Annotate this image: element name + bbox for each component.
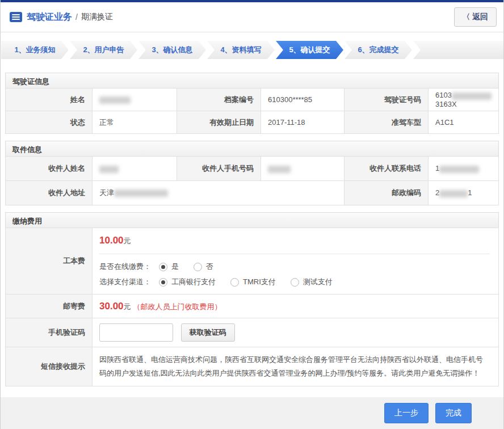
recipient-mobile-value [261, 157, 345, 181]
redacted-license-digits [452, 92, 492, 100]
radio-checked-icon[interactable] [159, 263, 167, 271]
table-row: 收件人姓名 收件人手机号码 收件人联系电话 1 [6, 157, 499, 181]
mail-fee-label: 邮寄费 [6, 295, 93, 318]
online-pay-no-option[interactable]: 否 [194, 262, 213, 272]
table-row: 工本费 10.00元 是否在线缴费： 是 否 选择支付渠道： 工商银行支付 TM… [6, 228, 499, 295]
license-section-title: 驾驶证信息 [5, 73, 499, 88]
currency-unit: 元 [124, 302, 131, 311]
step-2-user-declaration[interactable]: 2、用户申告 [70, 41, 137, 59]
production-fee-cell: 10.00元 是否在线缴费： 是 否 选择支付渠道： 工商银行支付 TMRI支付… [93, 228, 499, 295]
back-button[interactable]: 〈 返回 [454, 7, 497, 27]
recipient-name-value [93, 157, 177, 181]
redacted-mobile [268, 166, 291, 173]
previous-step-button[interactable]: 上一步 [384, 403, 429, 423]
address-value: 天津 [93, 181, 345, 205]
pay-channel-label: 选择支付渠道： [99, 277, 159, 287]
recipient-phone-value: 1 [429, 157, 499, 181]
radio-checked-icon[interactable] [159, 278, 167, 287]
table-row: 短信接收提示 因陕西省联通、电信运营商技术问题，陕西省互联网交通安全综合服务管理… [6, 347, 499, 386]
address-label: 收件人地址 [6, 181, 93, 205]
currency-unit: 元 [124, 237, 131, 245]
table-row: 手机验证码 获取验证码 [6, 318, 499, 347]
postal-prefix: 2 [435, 188, 439, 197]
expiry-label: 有效期止日期 [177, 111, 261, 134]
sms-code-input[interactable] [99, 323, 173, 342]
production-fee-amount-row: 10.00元 [99, 235, 490, 254]
status-label: 状态 [6, 111, 93, 134]
license-number-prefix: 6103 [435, 91, 452, 99]
mail-fee-amount: 30.00 [99, 301, 124, 312]
list-icon [10, 12, 22, 22]
license-info-section: 驾驶证信息 姓名 档案编号 610300****85 驾驶证号码 6103316… [5, 73, 499, 134]
status-value: 正常 [93, 111, 177, 134]
get-code-button[interactable]: 获取验证码 [181, 323, 235, 342]
online-pay-yes-label: 是 [171, 262, 179, 272]
pickup-info-section: 取件信息 收件人姓名 收件人手机号码 收件人联系电话 1 收件人地址 天津 邮政… [5, 141, 499, 205]
step-4-fill-data[interactable]: 4、资料填写 [207, 41, 275, 59]
table-row: 状态 正常 有效期止日期 2017-11-18 准驾车型 A1C1 [6, 111, 499, 134]
name-label: 姓名 [6, 89, 93, 111]
online-pay-yes-option[interactable]: 是 [159, 262, 179, 272]
pay-channel-row: 选择支付渠道： 工商银行支付 TMRI支付 测试支付 [99, 277, 490, 287]
license-info-table: 姓名 档案编号 610300****85 驾驶证号码 61033163X 状态 … [5, 88, 499, 134]
back-button-label: 返回 [472, 12, 488, 22]
radio-unchecked-icon[interactable] [230, 278, 239, 287]
vehicle-class-value: A1C1 [429, 111, 499, 134]
channel-tmri-label: TMRI支付 [243, 277, 276, 287]
license-number-suffix: 3163X [435, 100, 457, 108]
fee-section-title: 缴纳费用 [5, 212, 499, 228]
step-1-business-notice[interactable]: 1、业务须知 [1, 41, 69, 59]
step-bar-filler [413, 41, 503, 59]
fee-section: 缴纳费用 工本费 10.00元 是否在线缴费： 是 否 选择支付渠道： 工 [5, 212, 499, 386]
step-3-confirm-info[interactable]: 3、确认信息 [138, 41, 206, 59]
online-pay-row: 是否在线缴费： 是 否 [99, 262, 490, 272]
postal-code-value: 21 [429, 181, 499, 205]
fee-table: 工本费 10.00元 是否在线缴费： 是 否 选择支付渠道： 工商银行支付 TM… [5, 228, 499, 386]
back-chevron-icon: 〈 [463, 12, 470, 22]
vehicle-class-label: 准驾车型 [345, 111, 429, 134]
done-button[interactable]: 完成 [435, 403, 472, 423]
phone-prefix: 1 [435, 164, 439, 173]
radio-unchecked-icon[interactable] [291, 278, 299, 287]
redacted-phone-digits [439, 166, 479, 173]
online-pay-label: 是否在线缴费： [99, 262, 159, 272]
sms-notice-text: 因陕西省联通、电信运营商技术问题，陕西省互联网交通安全综合服务管理平台无法向持陕… [93, 347, 499, 386]
channel-tmri-option[interactable]: TMRI支付 [230, 277, 276, 287]
mail-fee-cell: 30.00元（邮政人员上门收取费用） [93, 295, 499, 318]
redacted-address [114, 190, 168, 197]
pickup-section-title: 取件信息 [5, 141, 499, 156]
postal-code-label: 邮政编码 [345, 181, 429, 205]
footer-action-bar: 上一步 完成 [1, 397, 503, 429]
page-title: 驾驶证业务 [27, 11, 72, 23]
channel-icbc-option[interactable]: 工商银行支付 [159, 277, 216, 287]
table-row: 姓名 档案编号 610300****85 驾驶证号码 61033163X [6, 89, 499, 111]
page-header: 驾驶证业务 / 期满换证 〈 返回 [1, 2, 503, 32]
production-fee-label: 工本费 [6, 228, 93, 295]
step-6-complete-submit[interactable]: 6、完成提交 [345, 41, 412, 59]
online-pay-no-label: 否 [206, 262, 213, 272]
table-row: 邮寄费 30.00元（邮政人员上门收取费用） [6, 295, 499, 318]
channel-test-label: 测试支付 [303, 277, 333, 287]
step-5-confirm-submit[interactable]: 5、确认提交 [276, 41, 343, 59]
radio-unchecked-icon[interactable] [194, 263, 202, 271]
recipient-name-label: 收件人姓名 [6, 157, 93, 181]
redacted-postal-digits [439, 190, 468, 197]
table-row: 收件人地址 天津 邮政编码 21 [6, 181, 499, 205]
step-wizard: 1、业务须知 2、用户申告 3、确认信息 4、资料填写 5、确认提交 6、完成提… [1, 41, 503, 59]
name-value [93, 89, 177, 111]
recipient-mobile-label: 收件人手机号码 [177, 157, 261, 181]
sms-code-cell: 获取验证码 [93, 318, 499, 347]
mail-fee-note: （邮政人员上门收取费用） [133, 302, 222, 311]
breadcrumb-current: 期满换证 [81, 12, 113, 22]
postal-suffix: 1 [468, 188, 472, 197]
pickup-info-table: 收件人姓名 收件人手机号码 收件人联系电话 1 收件人地址 天津 邮政编码 21 [5, 156, 499, 205]
file-number-value: 610300****85 [261, 89, 345, 111]
breadcrumb-separator: / [75, 12, 78, 22]
sms-code-label: 手机验证码 [6, 318, 93, 347]
page: 驾驶证业务 / 期满换证 〈 返回 1、业务须知 2、用户申告 3、确认信息 4… [0, 0, 504, 429]
production-fee-amount: 10.00 [99, 235, 124, 246]
redacted-recipient-name [99, 166, 119, 173]
channel-test-option[interactable]: 测试支付 [291, 277, 333, 287]
address-prefix: 天津 [99, 188, 114, 197]
channel-icbc-label: 工商银行支付 [171, 277, 216, 287]
